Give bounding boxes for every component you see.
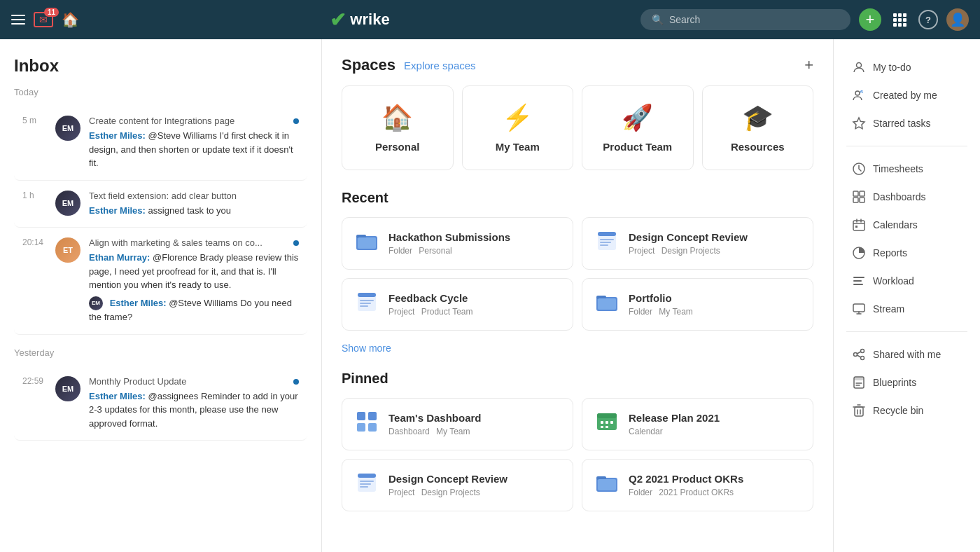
- add-space-button[interactable]: +: [804, 56, 813, 74]
- item-name: Feedback Cycle: [388, 292, 560, 304]
- calendars-icon: [852, 218, 866, 232]
- inbox-sender: Ethan Murray:: [89, 252, 150, 263]
- inbox-time: 1 h: [22, 191, 47, 200]
- pinned-item-dashboard[interactable]: Team's Dashboard Dashboard My Team: [342, 398, 573, 450]
- timesheets-icon: [852, 162, 866, 176]
- item-name: Release Plan 2021: [629, 412, 800, 424]
- inbox-button[interactable]: 11: [34, 12, 53, 27]
- spaces-header: Spaces Explore spaces +: [342, 56, 813, 74]
- recent-item-hackathon[interactable]: Hackathon Submissions Folder Personal: [342, 217, 573, 270]
- sidebar-item-shared[interactable]: Shared with me: [839, 340, 974, 368]
- svg-rect-41: [860, 191, 864, 196]
- sidebar-item-calendars[interactable]: Calendars: [839, 211, 974, 239]
- sidebar-label: Workload: [873, 275, 914, 287]
- sidebar-item-blueprints[interactable]: Blueprints: [839, 368, 974, 396]
- hamburger-menu[interactable]: [11, 15, 25, 25]
- recycle-bin-icon: [852, 403, 866, 418]
- create-button[interactable]: +: [859, 8, 881, 31]
- space-card-productteam[interactable]: 🚀 Product Team: [582, 85, 694, 170]
- sidebar-label: Shared with me: [873, 349, 941, 360]
- svg-rect-50: [853, 304, 864, 312]
- inbox-message: Ethan Murray: @Florence Brady please rev…: [89, 251, 299, 292]
- sidebar-item-starred[interactable]: Starred tasks: [839, 109, 974, 137]
- recent-item-portfolio[interactable]: Portfolio Folder My Team: [582, 278, 813, 331]
- search-bar[interactable]: 🔍 Search: [640, 9, 850, 30]
- inbox-item[interactable]: 1 h EM Text field extension: add clear b…: [14, 181, 307, 228]
- workload-icon: [852, 274, 866, 288]
- svg-rect-28: [358, 474, 376, 478]
- search-icon: 🔍: [652, 14, 664, 25]
- project-icon: [355, 471, 379, 499]
- logo: ✔ wrike: [88, 8, 632, 32]
- svg-rect-7: [600, 244, 608, 246]
- center-panel: Spaces Explore spaces + 🏠 Personal ⚡ My …: [322, 39, 833, 552]
- sidebar-label: Recycle bin: [873, 405, 923, 416]
- svg-rect-31: [360, 486, 368, 488]
- item-meta: Project Design Projects: [388, 488, 560, 497]
- inbox-content: Create content for Integrations page Est…: [89, 116, 299, 170]
- item-meta: Folder Personal: [388, 246, 560, 256]
- recent-item-info: Portfolio Folder My Team: [629, 292, 800, 317]
- svg-rect-48: [853, 280, 862, 282]
- spaces-grid: 🏠 Personal ⚡ My Team 🚀 Product Team 🎓 Re…: [342, 85, 813, 170]
- pinned-item-release[interactable]: Release Plan 2021 Calendar: [582, 398, 813, 450]
- inbox-item[interactable]: 20:14 ET Align with marketing & sales te…: [14, 228, 307, 335]
- item-name: Q2 2021 Product OKRs: [629, 473, 800, 485]
- pinned-item-design[interactable]: Design Concept Review Project Design Pro…: [342, 459, 573, 511]
- svg-rect-18: [357, 423, 365, 432]
- search-placeholder: Search: [669, 14, 700, 25]
- sidebar-item-mytodo[interactable]: My to-do: [839, 53, 974, 81]
- svg-rect-34: [598, 479, 616, 490]
- recent-grid: Hackathon Submissions Folder Personal: [342, 217, 813, 331]
- home-button[interactable]: 🏠: [62, 11, 79, 28]
- item-meta: Dashboard My Team: [388, 427, 560, 436]
- recent-item-info: Hackathon Submissions Folder Personal: [388, 231, 560, 256]
- inbox-item[interactable]: 22:59 EM Monthly Product Update Esther M…: [14, 366, 307, 441]
- unread-indicator: [293, 379, 299, 385]
- help-button[interactable]: ?: [918, 10, 938, 29]
- pinned-item-info: Design Concept Review Project Design Pro…: [388, 473, 560, 497]
- blueprints-icon: [852, 375, 866, 389]
- recent-item-feedback[interactable]: Feedback Cycle Project Product Team: [342, 278, 573, 331]
- space-card-resources[interactable]: 🎓 Resources: [702, 85, 814, 170]
- inbox-title: Inbox: [14, 56, 307, 76]
- svg-rect-4: [598, 232, 616, 236]
- explore-spaces-link[interactable]: Explore spaces: [404, 60, 476, 71]
- top-navigation: 11 🏠 ✔ wrike 🔍 Search + ? 👤: [0, 0, 980, 39]
- avatar: ET: [55, 237, 80, 263]
- user-avatar[interactable]: 👤: [946, 8, 969, 31]
- space-name-myteam: My Team: [474, 141, 562, 153]
- recent-item-info: Feedback Cycle Project Product Team: [388, 292, 560, 317]
- inbox-item[interactable]: 5 m EM Create content for Integrations p…: [14, 106, 307, 181]
- pinned-item-okrs[interactable]: Q2 2021 Product OKRs Folder 2021 Product…: [582, 459, 813, 511]
- sidebar-item-reports[interactable]: Reports: [839, 239, 974, 267]
- stream-icon: [852, 302, 866, 316]
- sidebar-item-workload[interactable]: Workload: [839, 267, 974, 295]
- inbox-sender: Esther Miles:: [89, 205, 146, 216]
- calendar-icon: [595, 410, 619, 439]
- project-icon: [355, 290, 379, 319]
- sidebar-item-stream[interactable]: Stream: [839, 295, 974, 323]
- sidebar-item-recycle-bin[interactable]: Recycle bin: [839, 396, 974, 425]
- svg-rect-43: [860, 198, 864, 202]
- space-card-personal[interactable]: 🏠 Personal: [342, 85, 454, 170]
- show-more-link[interactable]: Show more: [342, 343, 391, 354]
- sidebar-item-timesheets[interactable]: Timesheets: [839, 155, 974, 183]
- sidebar-label: My to-do: [873, 62, 911, 73]
- recent-item-design-concept[interactable]: Design Concept Review Project Design Pro…: [582, 217, 813, 270]
- inbox-sender-2: Esther Miles:: [110, 298, 167, 308]
- svg-rect-40: [853, 191, 858, 196]
- svg-rect-15: [598, 298, 616, 310]
- apps-grid-button[interactable]: [890, 10, 910, 30]
- inbox-subject: Align with marketing & sales teams on co…: [89, 237, 299, 248]
- space-card-myteam[interactable]: ⚡ My Team: [462, 85, 574, 170]
- pinned-item-info: Team's Dashboard Dashboard My Team: [388, 412, 560, 436]
- sidebar-item-dashboards[interactable]: Dashboards: [839, 183, 974, 211]
- inbox-subject: Create content for Integrations page: [89, 116, 299, 126]
- inbox-text: assigned task to you: [148, 205, 232, 216]
- item-name: Portfolio: [629, 292, 800, 304]
- sidebar-label: Timesheets: [873, 163, 923, 174]
- inbox-sender: Esther Miles:: [89, 391, 146, 401]
- sidebar-item-created-by-me[interactable]: Created by me: [839, 81, 974, 109]
- pinned-item-info: Release Plan 2021 Calendar: [629, 412, 800, 436]
